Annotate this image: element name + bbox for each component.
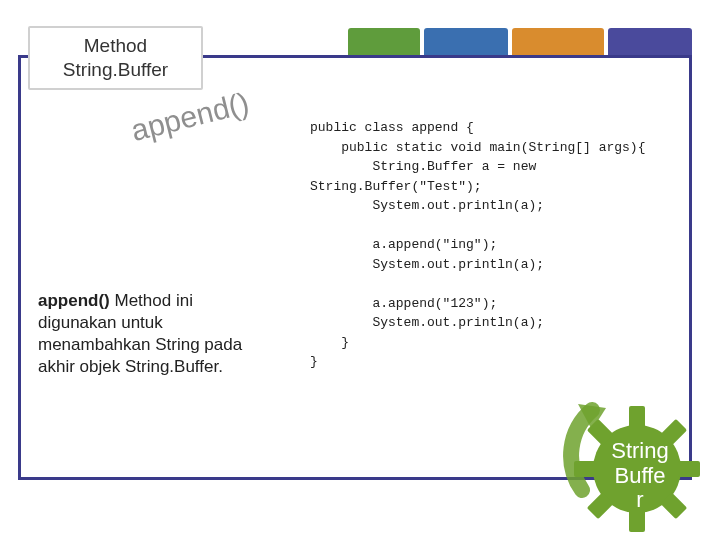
top-tabs bbox=[348, 28, 692, 56]
title-box: Method String.Buffer bbox=[28, 26, 203, 90]
gear-line3: r bbox=[636, 487, 643, 512]
title-line2: String.Buffer bbox=[63, 59, 168, 80]
tab-3 bbox=[512, 28, 604, 56]
svg-rect-2 bbox=[629, 510, 645, 532]
tab-1 bbox=[348, 28, 420, 56]
title-line1: Method bbox=[84, 35, 147, 56]
gear-line2: Buffe bbox=[615, 463, 666, 488]
tab-4 bbox=[608, 28, 692, 56]
tab-2 bbox=[424, 28, 508, 56]
description-bold: append() bbox=[38, 291, 110, 310]
code-sample: public class append { public static void… bbox=[310, 118, 690, 372]
description-text: append() Method ini digunakan untuk mena… bbox=[38, 290, 268, 378]
gear-line1: String bbox=[611, 438, 668, 463]
gear-label: String Buffe r bbox=[590, 439, 690, 512]
